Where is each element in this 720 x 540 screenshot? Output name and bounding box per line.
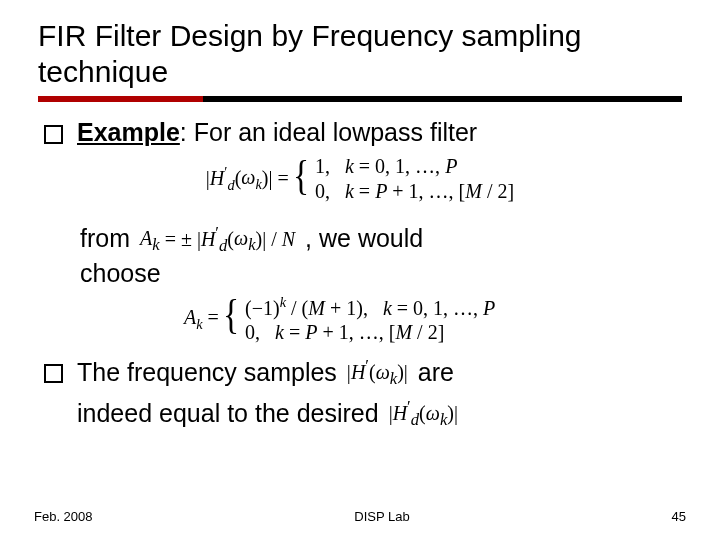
- bullet-example: Example: For an ideal lowpass filter: [44, 116, 682, 150]
- eq3-lhs: Ak =: [184, 304, 219, 334]
- example-label: Example: [77, 118, 180, 146]
- b2-part-a: The frequency samples: [77, 356, 337, 390]
- inline-h-omega: |H′(ωk)|: [345, 355, 410, 390]
- bullet-text: Example: For an ideal lowpass filter: [77, 116, 682, 150]
- title-rule: [38, 96, 682, 102]
- footer-page: 45: [672, 509, 686, 524]
- equation-ak-cases: Ak = { (−1)k / (M + 1), k = 0, 1, …, P 0…: [184, 293, 682, 346]
- b2-part-c: indeed equal to the desired: [77, 397, 379, 431]
- footer: Feb. 2008 DISP Lab 45: [0, 509, 720, 524]
- example-rest: : For an ideal lowpass filter: [180, 118, 477, 146]
- bullet2-text: The frequency samples |H′(ωk)| are indee…: [77, 355, 682, 431]
- square-bullet-icon: [44, 364, 63, 383]
- slide: FIR Filter Design by Frequency sampling …: [0, 0, 720, 540]
- from-line: from Ak = ± |H′d(ωk)| / N , we would: [80, 222, 682, 257]
- eq1-case2: 0, k = P + 1, …, [M / 2]: [315, 179, 514, 204]
- square-bullet-icon: [44, 125, 63, 144]
- eq1-lhs: |H′d(ωk)| =: [206, 163, 289, 195]
- we-would-text: , we would: [305, 222, 423, 256]
- choose-text: choose: [80, 259, 161, 287]
- slide-title: FIR Filter Design by Frequency sampling …: [38, 18, 682, 90]
- left-brace-icon: {: [223, 293, 239, 346]
- slide-body: Example: For an ideal lowpass filter |H′…: [38, 116, 682, 432]
- eq3-brace: { (−1)k / (M + 1), k = 0, 1, …, P 0, k =…: [219, 293, 495, 346]
- eq3-cases: (−1)k / (M + 1), k = 0, 1, …, P 0, k = P…: [245, 293, 495, 346]
- b2-part-b: are: [418, 356, 454, 390]
- bullet-frequency-samples: The frequency samples |H′(ωk)| are indee…: [44, 355, 682, 431]
- left-brace-icon: {: [293, 154, 309, 204]
- eq-ak-def: Ak = ± |H′d(ωk)| / N: [138, 222, 297, 257]
- from-text: from: [80, 222, 130, 256]
- choose-line: choose: [80, 257, 682, 291]
- eq1-brace: { 1, k = 0, 1, …, P 0, k = P + 1, …, [M …: [289, 154, 514, 204]
- equation-hd-cases: |H′d(ωk)| = { 1, k = 0, 1, …, P 0, k = P…: [38, 154, 682, 204]
- inline-hd-omega: |H′d(ωk)|: [387, 396, 460, 431]
- footer-lab: DISP Lab: [354, 509, 409, 524]
- eq1-case1: 1, k = 0, 1, …, P: [315, 154, 514, 179]
- eq1-cases: 1, k = 0, 1, …, P 0, k = P + 1, …, [M / …: [315, 154, 514, 204]
- eq3-case1: (−1)k / (M + 1), k = 0, 1, …, P: [245, 293, 495, 321]
- footer-date: Feb. 2008: [34, 509, 93, 524]
- eq3-case2: 0, k = P + 1, …, [M / 2]: [245, 320, 495, 345]
